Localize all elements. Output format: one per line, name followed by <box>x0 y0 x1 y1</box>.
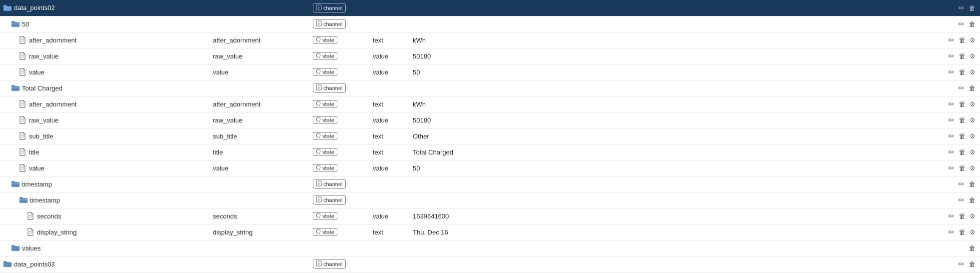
value-cell <box>410 176 490 192</box>
value-cell: 50 <box>410 160 490 176</box>
edit-button[interactable]: ✏ <box>947 67 956 77</box>
spacer <box>490 160 940 176</box>
edit-button[interactable]: ✏ <box>947 115 956 125</box>
channel-icon: T <box>316 196 322 204</box>
delete-button[interactable]: 🗑 <box>967 179 977 189</box>
value-cell: Other <box>410 128 490 144</box>
type-badge: state <box>313 68 337 76</box>
edit-button[interactable]: ✏ <box>947 131 956 141</box>
type-badge: T channel <box>313 196 346 204</box>
gear-button[interactable]: ⚙ <box>968 52 977 61</box>
table-row: 50 T channel✏🗑 <box>0 16 980 32</box>
gear-button[interactable]: ⚙ <box>968 148 977 157</box>
value-cell: kWh <box>410 96 490 112</box>
template-cell: after_adornment <box>210 96 310 112</box>
gear-button[interactable]: ⚙ <box>968 164 977 173</box>
template-cell: value <box>210 64 310 80</box>
node-name: value <box>29 164 44 172</box>
state-icon <box>316 149 321 155</box>
gear-button[interactable]: ⚙ <box>968 228 977 237</box>
edit-button[interactable]: ✏ <box>947 163 956 173</box>
spacer <box>490 0 940 16</box>
edit-button[interactable]: ✏ <box>947 211 956 221</box>
spacer <box>490 256 940 272</box>
spacer <box>490 64 940 80</box>
delete-button[interactable]: 🗑 <box>967 83 977 93</box>
svg-point-26 <box>316 150 320 154</box>
svg-text:T: T <box>318 182 320 186</box>
delete-button[interactable]: 🗑 <box>957 115 967 125</box>
actions-cell: ✏🗑⚙ <box>940 128 980 144</box>
channel-icon: T <box>316 260 322 268</box>
badge-type-cell: state <box>310 32 370 48</box>
gear-button[interactable]: ⚙ <box>968 36 977 45</box>
value-cell <box>410 16 490 32</box>
actions-cell: ✏🗑⚙ <box>940 48 980 64</box>
delete-button[interactable]: 🗑 <box>957 147 967 157</box>
gear-button[interactable]: ⚙ <box>968 68 977 77</box>
actions-cell: ✏🗑⚙ <box>940 160 980 176</box>
badge-type-cell: state <box>310 96 370 112</box>
dtype-cell: value <box>370 112 410 128</box>
table-row: valuevalue statevalue50✏🗑⚙ <box>0 160 980 176</box>
table-row: after_adornmentafter_adornment statetext… <box>0 32 980 48</box>
delete-button[interactable]: 🗑 <box>957 35 967 45</box>
gear-button[interactable]: ⚙ <box>968 212 977 221</box>
delete-button[interactable]: 🗑 <box>957 51 967 61</box>
actions-cell: ✏🗑⚙ <box>940 224 980 240</box>
dtype-cell: text <box>370 144 410 160</box>
value-cell: Thu, Dec 16 <box>410 224 490 240</box>
type-badge: T channel <box>313 260 346 268</box>
table-row: timestamp T channel✏🗑 <box>0 192 980 208</box>
edit-button[interactable]: ✏ <box>957 3 966 13</box>
delete-button[interactable]: 🗑 <box>957 131 967 141</box>
badge-label: channel <box>323 261 343 267</box>
template-cell <box>210 176 310 192</box>
svg-point-36 <box>316 214 320 218</box>
template-cell: after_adornment <box>210 32 310 48</box>
value-cell: kWh <box>410 32 490 48</box>
dtype-cell: text <box>370 96 410 112</box>
dtype-cell: value <box>370 64 410 80</box>
template-cell <box>210 0 310 16</box>
delete-button[interactable]: 🗑 <box>957 99 967 109</box>
edit-button[interactable]: ✏ <box>947 227 956 237</box>
edit-button[interactable]: ✏ <box>957 19 966 29</box>
badge-type-cell <box>310 240 370 256</box>
node-name: data_points02 <box>14 4 55 12</box>
edit-button[interactable]: ✏ <box>947 35 956 45</box>
badge-type-cell: state <box>310 48 370 64</box>
svg-text:T: T <box>318 22 320 26</box>
table-row: data_points03 T channel✏🗑 <box>0 256 980 272</box>
delete-button[interactable]: 🗑 <box>957 227 967 237</box>
spacer <box>490 112 940 128</box>
gear-button[interactable]: ⚙ <box>968 132 977 141</box>
delete-button[interactable]: 🗑 <box>957 67 967 77</box>
actions-cell: ✏🗑 <box>940 16 980 32</box>
edit-button[interactable]: ✏ <box>947 147 956 157</box>
template-cell <box>210 256 310 272</box>
badge-type-cell: T channel <box>310 176 370 192</box>
node-name: after_adornment <box>29 36 76 44</box>
delete-button[interactable]: 🗑 <box>967 3 977 13</box>
gear-button[interactable]: ⚙ <box>968 100 977 109</box>
type-badge: state <box>313 100 337 108</box>
delete-button[interactable]: 🗑 <box>957 211 967 221</box>
delete-button[interactable]: 🗑 <box>967 195 977 205</box>
edit-button[interactable]: ✏ <box>957 259 966 269</box>
edit-button[interactable]: ✏ <box>957 195 966 205</box>
dtype-cell: text <box>370 32 410 48</box>
delete-button[interactable]: 🗑 <box>957 163 967 173</box>
delete-button[interactable]: 🗑 <box>967 259 977 269</box>
gear-button[interactable]: ⚙ <box>968 116 977 125</box>
badge-type-cell: T channel <box>310 256 370 272</box>
edit-button[interactable]: ✏ <box>957 83 966 93</box>
delete-button[interactable]: 🗑 <box>967 19 977 29</box>
badge-type-cell: T channel <box>310 192 370 208</box>
delete-button[interactable]: 🗑 <box>967 243 977 253</box>
edit-button[interactable]: ✏ <box>957 179 966 189</box>
badge-label: state <box>322 229 334 235</box>
actions-cell: ✏🗑⚙ <box>940 32 980 48</box>
edit-button[interactable]: ✏ <box>947 99 956 109</box>
edit-button[interactable]: ✏ <box>947 51 956 61</box>
